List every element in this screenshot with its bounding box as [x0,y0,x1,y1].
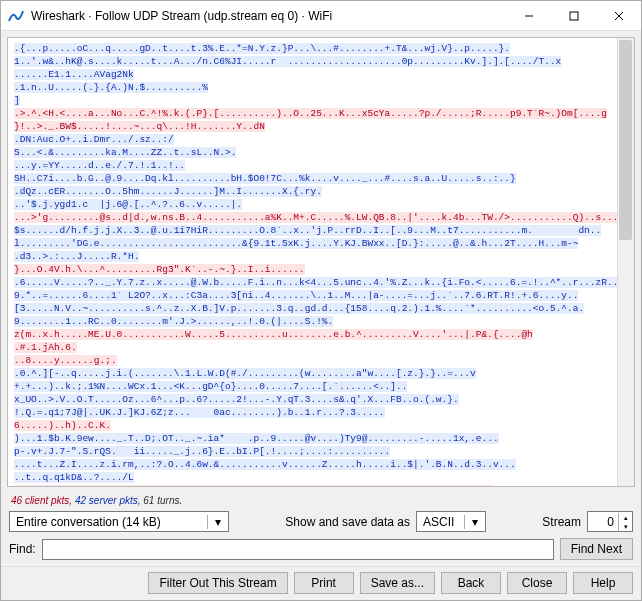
conversation-select-value: Entire conversation (14 kB) [16,515,161,529]
stream-value: 0 [588,515,618,529]
server-line: .dQz..cER.......O..5hm......J......]M..I… [14,186,322,197]
help-button[interactable]: Help [573,572,633,594]
server-line: +.+...)..k.;.1%N....WCx.1...<K...gD^{o}.… [14,381,407,392]
server-line: .DN:Auc.O+..i.Dmr.../.sz..:/ [14,134,174,145]
client-line: .........`.J.9.8....E5.|...KR.*.z..(r...… [14,485,493,487]
close-button[interactable] [596,1,641,31]
client-pkt-count: 46 client pkts, [11,495,72,506]
client-line: .>.^.<H.<....a...No...C.^!%.k.(.P}.[....… [14,108,607,119]
server-line: .6.....V.....?.._.Y.7.z..x.....@.W.b....… [14,277,618,288]
server-line: $s......d/h.f.j.j.X..3..@.u.1i7HiR......… [14,225,601,236]
dialog-window: Wireshark · Follow UDP Stream (udp.strea… [0,0,642,601]
server-line: ....t...Z.I....z.i.rm,..:?.O..4.6w.&....… [14,459,516,470]
client-line: ..8....y......g.;. [14,355,117,366]
server-line: .0.^.][-..q.....j.i.(.......\.1.L.W.D(#.… [14,368,476,379]
titlebar: Wireshark · Follow UDP Stream (udp.strea… [1,1,641,31]
conversation-select[interactable]: Entire conversation (14 kB) ▾ [9,511,229,532]
encoding-select-value: ASCII [423,515,454,529]
chevron-down-icon: ▾ [207,515,224,529]
server-line: )...1.$b.K.9ew...._.T..D;.OT.._.~.ia* .p… [14,433,499,444]
server-line: 9........1...RC..0........m'.J.>......,.… [14,316,333,327]
scrollbar-thumb[interactable] [619,40,632,240]
client-line: z(m..x.h.....ME.U.0...........W.....5...… [14,329,533,340]
client-line: }...O.4V.h.\...^.........Rg3".K`..-.~.}.… [14,264,305,275]
window-title: Wireshark · Follow UDP Stream (udp.strea… [31,9,506,23]
client-line: }!..>._.BW$.....!....~...q\...!H.......Y… [14,121,265,132]
find-row: Find: Find Next [1,535,641,566]
svg-rect-1 [570,12,578,20]
server-line: 9.*..=......6....1` L2O?..x...:C3a....3[… [14,290,578,301]
maximize-button[interactable] [551,1,596,31]
show-save-label: Show and save data as [285,515,410,529]
find-input[interactable] [42,539,554,560]
server-line: ..t..q.q1kD&..?..../L [14,472,134,483]
server-line: ......E1.1....AVag2Nk [14,69,134,80]
stream-spinbox[interactable]: 0 ▴▾ [587,511,633,532]
server-line: ] [14,95,20,106]
server-pkt-count: 42 server pkts, [75,495,141,506]
stream-text: .{...p.....oC...q.....gD..t....t.3%.E..*… [8,38,634,487]
client-line: 6.....)..h)..C.K. [14,420,111,431]
server-line: .{...p.....oC...q.....gD..t....t.3%.E..*… [14,43,510,54]
wireshark-icon [1,8,31,24]
server-line: ..'$.j.ygd1.c |j.6@.[..^.?..6..v.....|. [14,199,242,210]
back-button[interactable]: Back [441,572,501,594]
server-line: S...<.&.........ka.M....ZZ..t..sL..N.>. [14,147,236,158]
print-button[interactable]: Print [294,572,354,594]
spin-arrows[interactable]: ▴▾ [618,513,632,531]
window-controls [506,1,641,31]
find-label: Find: [9,542,36,556]
server-line: 1..'.w&..hK@.s....k.....t...A.../n.C6%JI… [14,56,561,67]
server-line: p-.v+.J.7-".S.rQS. ii....._.j..6}.E..bI.… [14,446,390,457]
server-line: [3.....N.V..~..........s.^..z..X.B.]V.p.… [14,303,584,314]
close-dialog-button[interactable]: Close [507,572,567,594]
client-line: ...>'g.........@s..d|d.,w.ns.B..4.......… [14,212,635,223]
server-line: .1.n..U.....(.}.{A.)N.$..........% [14,82,208,93]
chevron-down-icon: ▾ [464,515,481,529]
stream-content[interactable]: .{...p.....oC...q.....gD..t....t.3%.E..*… [7,37,635,487]
server-line: !.Q.=.q1;7J@|..UK.J.]KJ.6Z;z... 0ac.....… [14,407,385,418]
find-next-button[interactable]: Find Next [560,538,633,560]
filter-out-button[interactable]: Filter Out This Stream [148,572,287,594]
stream-label: Stream [542,515,581,529]
encoding-select[interactable]: ASCII ▾ [416,511,486,532]
server-line: .d3..>.:...J.....R.*H. [14,251,139,262]
server-line: SH..C7i....b.G..@.9....Dq.kl..........bH… [14,173,516,184]
server-line: x_UO..>.V..O.T.....Oz...6^...p..6?.....2… [14,394,459,405]
dialog-buttons: Filter Out This Stream Print Save as... … [1,566,641,600]
client-line: .#.1.jAh.6. [14,342,77,353]
options-row: Entire conversation (14 kB) ▾ Show and s… [1,508,641,535]
save-as-button[interactable]: Save as... [360,572,435,594]
server-line: l.........'DG.e.........................… [14,238,578,249]
status-line: 46 client pkts, 42 server pkts, 61 turns… [1,493,641,508]
server-line: ...y.=YY.....d..e./.7.!.1..!.. [14,160,185,171]
vertical-scrollbar[interactable] [617,38,634,486]
minimize-button[interactable] [506,1,551,31]
turn-count: 61 turns. [143,495,182,506]
